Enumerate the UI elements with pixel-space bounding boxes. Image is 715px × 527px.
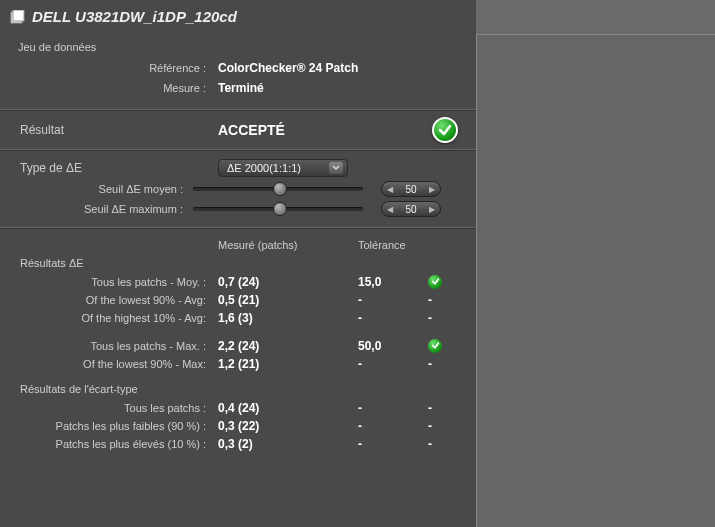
main-panel: DELL U3821DW_i1DP_120cd Jeu de données R… bbox=[0, 0, 476, 527]
tolerance-value: - bbox=[358, 419, 428, 433]
table-row: Patchs les plus faibles (90 %) :0,3 (22)… bbox=[18, 417, 458, 435]
measured-value: 1,2 (21) bbox=[218, 357, 358, 371]
measured-value: 0,7 (24) bbox=[218, 275, 358, 289]
table-row: Of the highest 10% - Avg:1,6 (3)-- bbox=[18, 309, 458, 327]
col-tolerance: Tolérance bbox=[358, 239, 448, 251]
measured-value: 1,6 (3) bbox=[218, 311, 358, 325]
de-type-section: Type de ΔE ΔE 2000(1:1:1) Seuil ΔE moyen… bbox=[0, 151, 476, 227]
de-type-label: Type de ΔE bbox=[18, 161, 218, 175]
results-table: Mesuré (patchs) Tolérance Résultats ΔE T… bbox=[0, 229, 476, 457]
reference-label: Référence : bbox=[18, 62, 218, 74]
chevron-down-icon bbox=[329, 162, 343, 174]
measure-label: Mesure : bbox=[18, 82, 218, 94]
svg-rect-1 bbox=[13, 10, 24, 21]
result-value: ACCEPTÉ bbox=[218, 122, 378, 138]
check-icon bbox=[428, 339, 442, 353]
measured-value: 2,2 (24) bbox=[218, 339, 358, 353]
measured-value: 0,5 (21) bbox=[218, 293, 358, 307]
row-label: Tous les patchs : bbox=[18, 402, 218, 414]
result-pass-icon bbox=[432, 117, 458, 143]
table-row: Tous les patchs - Moy. :0,7 (24)15,0 bbox=[18, 273, 458, 291]
pass-cell: - bbox=[428, 401, 458, 415]
triangle-right-icon[interactable]: ▶ bbox=[429, 185, 435, 194]
slider-thumb-icon[interactable] bbox=[273, 202, 287, 216]
row-label: Patchs les plus élevés (10 %) : bbox=[18, 438, 218, 450]
table-row: Patchs les plus élevés (10 %) :0,3 (2)-- bbox=[18, 435, 458, 453]
preview-panel bbox=[476, 34, 715, 527]
pass-cell: - bbox=[428, 293, 458, 307]
std-results-heading: Résultats de l'écart-type bbox=[18, 373, 458, 399]
measured-value: 0,3 (22) bbox=[218, 419, 358, 433]
row-label: Of the lowest 90% - Avg: bbox=[18, 294, 218, 306]
row-label: Tous les patchs - Max. : bbox=[18, 340, 218, 352]
reference-value: ColorChecker® 24 Patch bbox=[218, 61, 358, 75]
tolerance-value: - bbox=[358, 311, 428, 325]
result-section: Résultat ACCEPTÉ bbox=[0, 111, 476, 149]
measured-value: 0,3 (2) bbox=[218, 437, 358, 451]
measured-value: 0,4 (24) bbox=[218, 401, 358, 415]
document-icon bbox=[10, 10, 26, 24]
row-label: Of the lowest 90% - Max: bbox=[18, 358, 218, 370]
triangle-right-icon[interactable]: ▶ bbox=[429, 205, 435, 214]
measure-value: Terminé bbox=[218, 81, 264, 95]
page-title: DELL U3821DW_i1DP_120cd bbox=[32, 8, 237, 25]
max-threshold-label: Seuil ΔE maximum : bbox=[18, 203, 193, 215]
tolerance-value: 50,0 bbox=[358, 339, 428, 353]
avg-threshold-value: 50 bbox=[405, 184, 416, 195]
tolerance-value: - bbox=[358, 293, 428, 307]
row-label: Of the highest 10% - Avg: bbox=[18, 312, 218, 324]
slider-thumb-icon[interactable] bbox=[273, 182, 287, 196]
de-type-selected: ΔE 2000(1:1:1) bbox=[227, 162, 301, 174]
max-threshold-slider[interactable] bbox=[193, 207, 363, 211]
result-label: Résultat bbox=[18, 123, 218, 137]
row-label: Patchs les plus faibles (90 %) : bbox=[18, 420, 218, 432]
tolerance-value: - bbox=[358, 401, 428, 415]
triangle-left-icon[interactable]: ◀ bbox=[387, 185, 393, 194]
table-row: Of the lowest 90% - Avg:0,5 (21)-- bbox=[18, 291, 458, 309]
col-measured: Mesuré (patchs) bbox=[218, 239, 358, 251]
max-threshold-stepper[interactable]: ◀ 50 ▶ bbox=[381, 201, 441, 217]
pass-cell: - bbox=[428, 419, 458, 433]
tolerance-value: 15,0 bbox=[358, 275, 428, 289]
dataset-section: Jeu de données Référence : ColorChecker®… bbox=[0, 33, 476, 109]
column-headers: Mesuré (patchs) Tolérance bbox=[18, 239, 458, 251]
tolerance-value: - bbox=[358, 437, 428, 451]
pass-cell bbox=[428, 275, 458, 290]
de-results-heading: Résultats ΔE bbox=[18, 251, 458, 273]
de-type-dropdown[interactable]: ΔE 2000(1:1:1) bbox=[218, 159, 348, 177]
pass-cell: - bbox=[428, 357, 458, 371]
title-bar: DELL U3821DW_i1DP_120cd bbox=[0, 0, 476, 33]
table-row: Tous les patchs :0,4 (24)-- bbox=[18, 399, 458, 417]
table-row: Tous les patchs - Max. :2,2 (24)50,0 bbox=[18, 337, 458, 355]
avg-threshold-stepper[interactable]: ◀ 50 ▶ bbox=[381, 181, 441, 197]
pass-cell: - bbox=[428, 311, 458, 325]
avg-threshold-label: Seuil ΔE moyen : bbox=[18, 183, 193, 195]
max-threshold-value: 50 bbox=[405, 204, 416, 215]
dataset-heading: Jeu de données bbox=[18, 41, 458, 53]
row-label: Tous les patchs - Moy. : bbox=[18, 276, 218, 288]
table-row: Of the lowest 90% - Max:1,2 (21)-- bbox=[18, 355, 458, 373]
pass-cell: - bbox=[428, 437, 458, 451]
triangle-left-icon[interactable]: ◀ bbox=[387, 205, 393, 214]
check-icon bbox=[428, 275, 442, 289]
pass-cell bbox=[428, 339, 458, 354]
tolerance-value: - bbox=[358, 357, 428, 371]
avg-threshold-slider[interactable] bbox=[193, 187, 363, 191]
